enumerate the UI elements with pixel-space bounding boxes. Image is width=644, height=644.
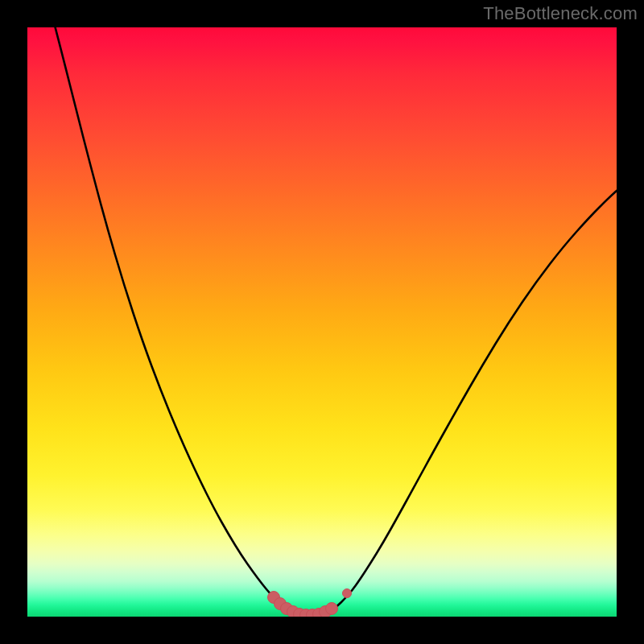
chart-svg xyxy=(27,27,617,617)
bottleneck-curve xyxy=(53,27,617,616)
highlight-dot xyxy=(343,589,352,598)
plot-area xyxy=(27,27,617,617)
chart-frame: TheBottleneck.com xyxy=(0,0,644,644)
highlight-dot xyxy=(326,603,338,615)
watermark-text: TheBottleneck.com xyxy=(483,3,638,24)
